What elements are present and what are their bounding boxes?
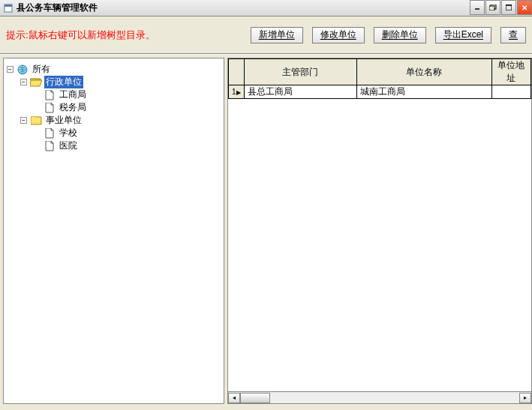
expand-toggle-icon[interactable]: − (7, 66, 14, 73)
tree-node-leaf[interactable]: 工商局 (7, 88, 221, 101)
scroll-track[interactable] (240, 393, 519, 403)
row-indicator: 1▶ (229, 85, 245, 99)
tree-label: 所有 (31, 63, 52, 76)
grid-header-row: 主管部门 单位名称 单位地址 (229, 59, 531, 85)
tree-label: 工商局 (58, 88, 88, 101)
document-icon (44, 128, 56, 139)
tree-node-branch[interactable]: − 行政单位 (7, 76, 221, 88)
delete-unit-button[interactable]: 删除单位 (374, 27, 426, 43)
folder-icon (30, 115, 42, 126)
minimize-button[interactable] (470, 0, 485, 15)
restore-button[interactable] (485, 0, 500, 15)
document-icon (44, 90, 56, 100)
tree-node-leaf[interactable]: 医院 (7, 139, 221, 152)
grid-pane: 主管部门 单位名称 单位地址 1▶ 县总工商局 城南工商局 ◂ (227, 58, 532, 404)
tree-node-root[interactable]: − 所有 (7, 63, 221, 76)
tree-label: 行政单位 (44, 76, 83, 88)
horizontal-scrollbar[interactable]: ◂ ▸ (227, 392, 532, 404)
col-header-dept[interactable]: 主管部门 (244, 59, 356, 85)
scroll-left-button[interactable]: ◂ (228, 393, 240, 403)
tree-label: 学校 (58, 127, 79, 139)
export-excel-button[interactable]: 导出Excel (435, 27, 491, 43)
document-icon (44, 141, 56, 151)
tree-view[interactable]: − 所有 − 行政单位 工商局 税务局 (3, 58, 224, 404)
scroll-thumb[interactable] (240, 393, 270, 403)
tree-node-branch[interactable]: − 事业单位 (7, 114, 221, 127)
tree-label: 医院 (58, 139, 79, 152)
tree-label: 事业单位 (44, 114, 83, 127)
document-icon (44, 103, 56, 113)
window-title: 县公务车辆管理软件 (17, 1, 98, 14)
tree-label: 税务局 (58, 101, 88, 114)
svg-rect-1 (5, 4, 12, 7)
edit-unit-button[interactable]: 修改单位 (312, 27, 365, 43)
scroll-right-button[interactable]: ▸ (519, 393, 531, 403)
tree-node-leaf[interactable]: 学校 (7, 127, 221, 139)
cell-addr[interactable] (491, 85, 530, 99)
titlebar: 县公务车辆管理软件 ✕ (0, 0, 532, 16)
maximize-button[interactable] (501, 0, 516, 15)
cell-name[interactable]: 城南工商局 (356, 85, 491, 99)
tree-node-leaf[interactable]: 税务局 (7, 101, 221, 114)
hint-text: 提示:鼠标右键可以新增树型目录。 (6, 28, 155, 42)
svg-rect-4 (489, 6, 494, 10)
globe-icon (17, 64, 29, 75)
app-icon (3, 3, 14, 13)
cell-dept[interactable]: 县总工商局 (244, 85, 356, 99)
search-button[interactable]: 查 (500, 27, 526, 43)
data-grid[interactable]: 主管部门 单位名称 单位地址 1▶ 县总工商局 城南工商局 (227, 58, 532, 392)
window-controls: ✕ (470, 0, 532, 15)
add-unit-button[interactable]: 新增单位 (251, 27, 303, 43)
table-row[interactable]: 1▶ 县总工商局 城南工商局 (229, 85, 531, 99)
close-button[interactable]: ✕ (517, 0, 532, 15)
expand-toggle-icon[interactable]: − (20, 117, 27, 124)
row-header-corner (229, 59, 245, 85)
expand-toggle-icon[interactable]: − (20, 79, 27, 85)
col-header-name[interactable]: 单位名称 (356, 59, 491, 85)
toolbar: 提示:鼠标右键可以新增树型目录。 新增单位 修改单位 删除单位 导出Excel … (0, 16, 532, 54)
col-header-addr[interactable]: 单位地址 (491, 59, 530, 85)
main-area: − 所有 − 行政单位 工商局 税务局 (0, 54, 532, 410)
folder-open-icon (30, 77, 42, 88)
